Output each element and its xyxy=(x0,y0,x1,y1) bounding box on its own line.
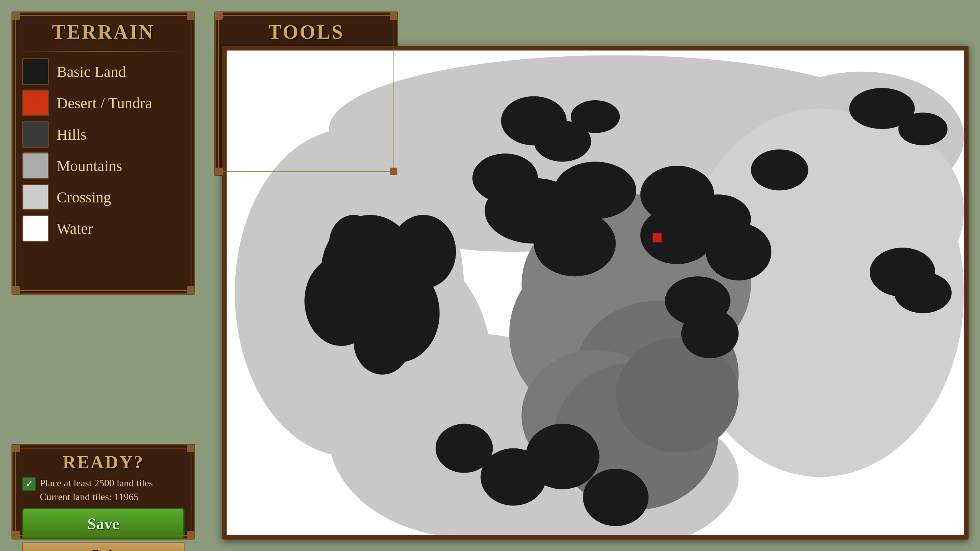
svg-point-32 xyxy=(706,223,771,280)
svg-point-25 xyxy=(571,100,620,133)
ready-checkmark: ✓ xyxy=(26,479,33,489)
map-svg[interactable] xyxy=(227,51,964,535)
svg-point-40 xyxy=(526,424,599,489)
svg-point-41 xyxy=(436,424,493,473)
terrain-swatch-desert: ✓ xyxy=(22,90,49,116)
svg-rect-45 xyxy=(653,233,662,243)
terrain-item-hills[interactable]: Hills xyxy=(22,121,185,148)
svg-point-30 xyxy=(751,150,808,191)
terrain-swatch-crossing xyxy=(22,184,49,210)
desert-check: ✓ xyxy=(29,94,42,112)
svg-point-21 xyxy=(354,309,411,375)
ready-requirement-text: Place at least 2500 land tiles Current l… xyxy=(40,476,153,504)
quit-button[interactable]: Quit xyxy=(22,542,185,551)
svg-point-28 xyxy=(472,153,538,202)
map-frame xyxy=(222,46,969,540)
terrain-item-desert[interactable]: ✓ Desert / Tundra xyxy=(22,90,185,116)
map-canvas-area[interactable] xyxy=(227,51,964,535)
ready-requirement-row: ✓ Place at least 2500 land tiles Current… xyxy=(22,476,185,504)
terrain-swatch-hills xyxy=(22,121,49,148)
terrain-item-water[interactable]: Water xyxy=(22,215,185,242)
svg-point-42 xyxy=(583,469,648,526)
terrain-item-basicland[interactable]: Basic Land xyxy=(22,58,185,85)
svg-point-38 xyxy=(681,309,739,358)
terrain-panel-title: Terrain xyxy=(19,21,188,43)
svg-point-22 xyxy=(329,215,378,272)
ready-current-tiles: Current land tiles: 11965 xyxy=(40,490,153,504)
terrain-label-hills: Hills xyxy=(57,126,87,143)
terrain-swatch-mountains xyxy=(22,152,49,179)
terrain-item-crossing[interactable]: Crossing xyxy=(22,184,185,210)
terrain-item-mountains[interactable]: Mountains xyxy=(22,152,185,179)
terrain-divider xyxy=(19,51,188,52)
svg-point-44 xyxy=(894,272,952,313)
svg-point-20 xyxy=(390,215,456,289)
ready-panel-title: Ready? xyxy=(19,452,188,473)
terrain-swatch-basicland xyxy=(22,58,49,85)
terrain-label-basicland: Basic Land xyxy=(57,63,126,81)
svg-point-27 xyxy=(554,162,636,219)
svg-point-35 xyxy=(534,211,616,276)
terrain-swatch-water xyxy=(22,215,49,242)
save-button[interactable]: Save xyxy=(22,508,185,540)
ready-panel: Ready? ✓ Place at least 2500 land tiles … xyxy=(11,444,195,540)
terrain-panel: Terrain Basic Land ✓ Desert / Tundra Hil… xyxy=(11,11,195,295)
tools-panel-title: Tools xyxy=(222,21,390,43)
terrain-label-water: Water xyxy=(57,220,93,238)
ready-check-icon: ✓ xyxy=(22,477,36,491)
svg-point-34 xyxy=(898,112,947,145)
svg-point-36 xyxy=(640,207,714,264)
terrain-label-desert: Desert / Tundra xyxy=(57,94,152,112)
terrain-label-crossing: Crossing xyxy=(57,188,111,206)
terrain-label-mountains: Mountains xyxy=(57,157,122,175)
ready-requirement-label: Place at least 2500 land tiles xyxy=(40,476,153,490)
